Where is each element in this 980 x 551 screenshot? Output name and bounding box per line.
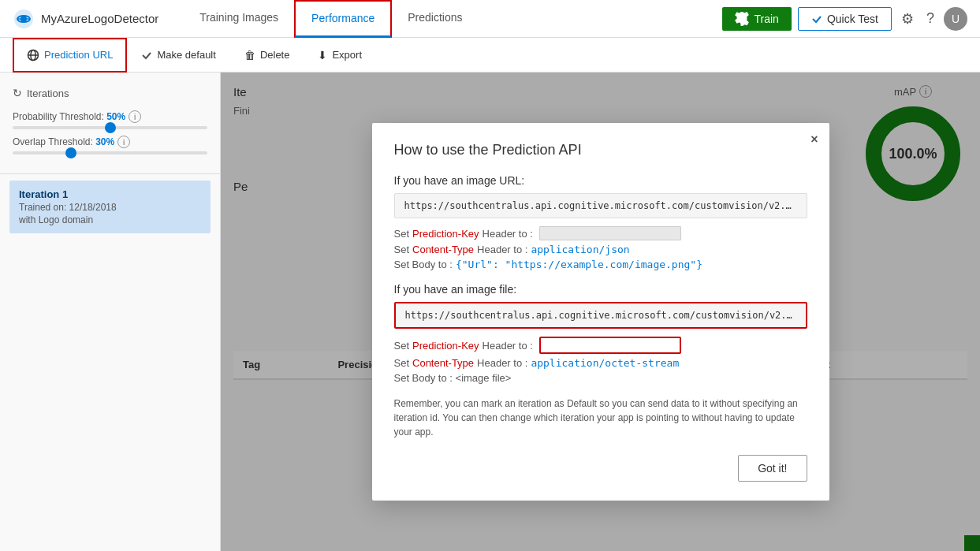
sidebar-divider bbox=[0, 173, 220, 174]
globe-icon bbox=[27, 49, 39, 61]
export-button[interactable]: ⬇ Export bbox=[304, 38, 376, 73]
got-it-button[interactable]: Got it! bbox=[738, 455, 807, 482]
settings-button[interactable]: ⚙ bbox=[898, 7, 917, 31]
iterations-section-title: ↻ Iterations bbox=[0, 82, 220, 104]
app-name: MyAzureLogoDetector bbox=[41, 12, 158, 25]
set-body-line: Set Body to : {"Url": "https://example.c… bbox=[394, 259, 807, 270]
avatar[interactable]: U bbox=[944, 7, 967, 31]
export-label: Export bbox=[332, 49, 362, 61]
sub-nav: Prediction URL Make default 🗑 Delete ⬇ E… bbox=[0, 38, 980, 73]
prediction-key-placeholder bbox=[539, 226, 681, 240]
trash-icon: 🗑 bbox=[244, 49, 255, 61]
app-logo-icon bbox=[13, 8, 35, 30]
set-prediction-key2-line: Set Prediction-Key Header to : bbox=[394, 337, 807, 354]
overlap-thumb bbox=[65, 147, 76, 158]
content-area: Ite Fini mAP i 100.0% Pe bbox=[221, 73, 980, 551]
download-icon: ⬇ bbox=[318, 49, 327, 61]
make-default-label: Make default bbox=[157, 49, 215, 61]
train-button-label: Train bbox=[754, 13, 778, 25]
probability-info-icon[interactable]: i bbox=[129, 110, 141, 123]
content-type2-tag: Content-Type bbox=[412, 357, 474, 369]
overlap-slider[interactable] bbox=[13, 151, 207, 155]
prediction-url-label: Prediction URL bbox=[44, 49, 113, 61]
sidebar: ↻ Iterations Probability Threshold: 50% … bbox=[0, 73, 221, 551]
modal-close-button[interactable]: × bbox=[810, 132, 818, 147]
delete-label: Delete bbox=[260, 49, 290, 61]
iteration-item[interactable]: Iteration 1 Trained on: 12/18/2018 with … bbox=[9, 181, 211, 233]
modal-note: Remember, you can mark an iteration as D… bbox=[394, 396, 807, 439]
iteration-trained-on: Trained on: 12/18/2018 bbox=[19, 202, 201, 213]
make-default-button[interactable]: Make default bbox=[127, 38, 229, 73]
check-icon bbox=[811, 13, 822, 24]
tab-predictions[interactable]: Predictions bbox=[392, 0, 478, 38]
quick-test-label: Quick Test bbox=[827, 13, 878, 25]
nav-tabs: Training Images Performance Predictions bbox=[184, 0, 716, 38]
modal-overlay: × How to use the Prediction API If you h… bbox=[221, 73, 980, 551]
sliders-container: Probability Threshold: 50% i Overlap Thr… bbox=[0, 104, 220, 167]
tab-performance[interactable]: Performance bbox=[294, 0, 392, 38]
train-button[interactable]: Train bbox=[722, 7, 791, 31]
file-section-title: If you have an image file: bbox=[394, 283, 807, 296]
set-body2-line: Set Body to : <image file> bbox=[394, 372, 807, 384]
app-logo: MyAzureLogoDetector bbox=[13, 8, 158, 30]
modal-footer: Got it! bbox=[394, 455, 807, 482]
nav-actions: Train Quick Test ⚙ ? U bbox=[722, 7, 967, 31]
quick-test-button[interactable]: Quick Test bbox=[798, 7, 892, 31]
main-layout: ↻ Iterations Probability Threshold: 50% … bbox=[0, 73, 980, 551]
modal-title: How to use the Prediction API bbox=[394, 142, 807, 158]
set-content-type2-line: Set Content-Type Header to : application… bbox=[394, 357, 807, 369]
iterations-icon: ↻ bbox=[13, 87, 22, 99]
checkmark-icon bbox=[141, 50, 152, 61]
delete-button[interactable]: 🗑 Delete bbox=[230, 38, 304, 73]
iteration-domain: with Logo domain bbox=[19, 214, 201, 225]
prediction-key2-tag: Prediction-Key bbox=[412, 340, 479, 352]
url-section-title: If you have an image URL: bbox=[394, 174, 807, 187]
tab-training-images[interactable]: Training Images bbox=[184, 0, 294, 38]
prediction-key-input[interactable] bbox=[539, 337, 681, 354]
set-content-type-line: Set Content-Type Header to : application… bbox=[394, 244, 807, 255]
gear-icon bbox=[735, 12, 749, 26]
help-button[interactable]: ? bbox=[923, 7, 937, 30]
prediction-api-modal: × How to use the Prediction API If you h… bbox=[372, 123, 829, 501]
prediction-key-tag: Prediction-Key bbox=[412, 228, 479, 240]
set-prediction-key-line: Set Prediction-Key Header to : bbox=[394, 226, 807, 240]
image-file-url-box[interactable]: https://southcentralus.api.cognitive.mic… bbox=[394, 302, 807, 329]
probability-thumb bbox=[105, 122, 116, 133]
body-value: {"Url": "https://example.com/image.png"} bbox=[456, 259, 702, 270]
overlap-info-icon[interactable]: i bbox=[117, 136, 130, 148]
prediction-url-button[interactable]: Prediction URL bbox=[13, 38, 127, 73]
probability-slider[interactable] bbox=[13, 126, 207, 129]
overlap-threshold-label: Overlap Threshold: 30% i bbox=[13, 136, 207, 148]
content-type-tag: Content-Type bbox=[412, 244, 474, 255]
top-nav: MyAzureLogoDetector Training Images Perf… bbox=[0, 0, 980, 38]
iteration-title: Iteration 1 bbox=[19, 188, 201, 200]
content-type-value: application/json bbox=[531, 244, 629, 255]
content-type2-value: application/octet-stream bbox=[531, 357, 679, 369]
image-url-box[interactable]: https://southcentralus.api.cognitive.mic… bbox=[394, 193, 807, 218]
probability-threshold-label: Probability Threshold: 50% i bbox=[13, 110, 207, 123]
